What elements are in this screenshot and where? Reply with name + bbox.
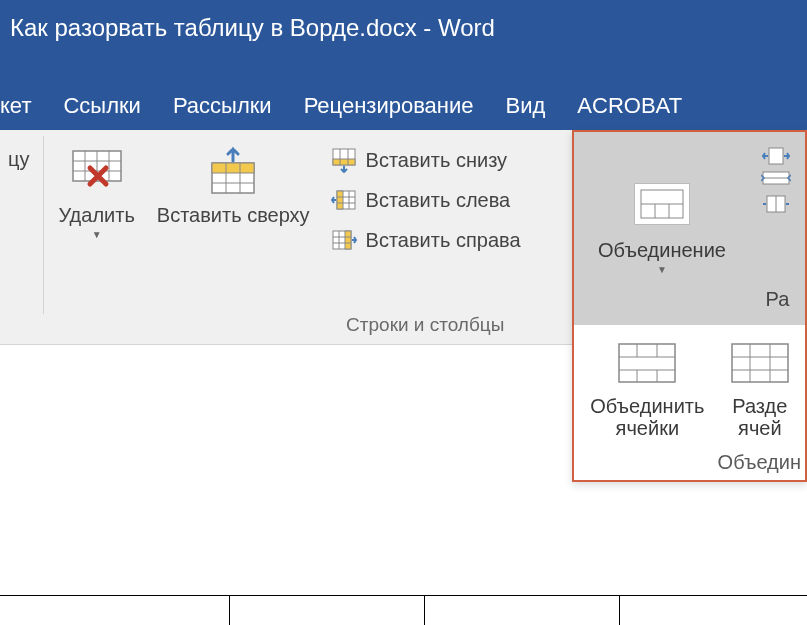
svg-rect-41 [732, 344, 788, 382]
svg-rect-21 [345, 231, 351, 249]
insert-row-above-icon [205, 144, 261, 200]
split-cells-big-icon [727, 339, 793, 387]
distribute-cols-icon [761, 194, 795, 218]
svg-rect-34 [619, 344, 675, 382]
merge-dropdown-panel: Объединение ▼ Ра [572, 130, 807, 482]
partial-button-left[interactable]: цу [0, 138, 37, 310]
delete-button[interactable]: Удалить ▼ [50, 138, 142, 310]
autofit-icon [761, 146, 795, 170]
merge-split-button[interactable]: Объединение ▼ [574, 132, 750, 325]
tab-layout-partial[interactable]: кет [0, 87, 31, 125]
merge-cells-icon [634, 183, 690, 225]
tab-references[interactable]: Ссылки [63, 87, 140, 125]
insert-row-below-icon [330, 146, 358, 174]
tab-acrobat[interactable]: ACROBAT [577, 87, 682, 125]
svg-rect-12 [333, 159, 355, 165]
window-title: Как разорвать таблицу в Ворде.docx - Wor… [10, 14, 495, 42]
insert-left-button[interactable]: Вставить слева [324, 182, 527, 218]
split-cells-item[interactable]: Разде ячей [721, 335, 799, 443]
document-area[interactable] [0, 595, 807, 625]
insert-right-button[interactable]: Вставить справа [324, 222, 527, 258]
merge-cells-item[interactable]: Объединить ячейки [580, 335, 715, 443]
insert-below-button[interactable]: Вставить снизу [324, 142, 527, 178]
merge-group-label: Объедин [574, 443, 805, 480]
dropdown-arrow-icon: ▼ [92, 229, 102, 240]
table-delete-icon [69, 144, 125, 200]
merge-cells-big-icon [614, 339, 680, 387]
tab-mailings[interactable]: Рассылки [173, 87, 272, 125]
title-bar: Как разорвать таблицу в Ворде.docx - Wor… [0, 0, 807, 55]
size-group-partial: Ра [750, 132, 805, 325]
svg-rect-7 [212, 163, 254, 173]
distribute-rows-icon [761, 170, 795, 194]
ribbon-tabs: кет Ссылки Рассылки Рецензирование Вид A… [0, 55, 807, 130]
insert-above-button[interactable]: Вставить сверху [149, 138, 318, 310]
svg-rect-29 [769, 148, 783, 164]
svg-rect-16 [337, 191, 343, 209]
document-table[interactable] [0, 596, 807, 625]
tab-review[interactable]: Рецензирование [304, 87, 474, 125]
insert-column-left-icon [330, 186, 358, 214]
insert-column-right-icon [330, 226, 358, 254]
tab-view[interactable]: Вид [506, 87, 546, 125]
ribbon: цу Удалить ▼ Вставить сверху [0, 130, 807, 345]
dropdown-arrow-icon: ▼ [657, 264, 667, 275]
